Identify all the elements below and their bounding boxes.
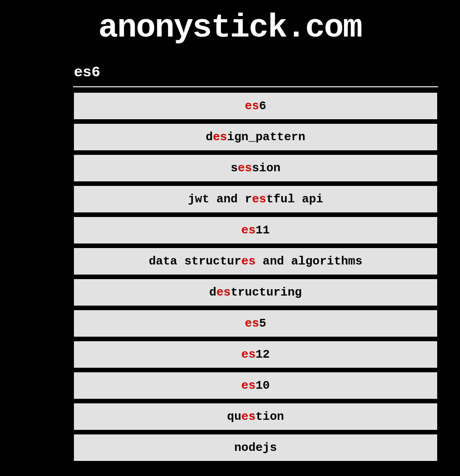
highlight-text: es (238, 161, 252, 175)
result-item[interactable]: question (73, 402, 438, 431)
highlight-text: es (241, 379, 256, 392)
search-query-label[interactable]: es6 (73, 60, 438, 87)
highlight-text: es (241, 410, 256, 423)
result-item[interactable]: session (73, 154, 438, 182)
result-item[interactable]: es12 (73, 340, 438, 369)
main-content: es6 es6design_patternsessionjwt and rest… (73, 60, 438, 462)
result-item[interactable]: nodejs (73, 434, 438, 462)
result-item[interactable]: data structures and algorithms (73, 247, 438, 275)
result-item[interactable]: es10 (73, 371, 438, 400)
result-item[interactable]: es6 (73, 92, 438, 120)
highlight-text: es (241, 254, 256, 268)
highlight-text: es (245, 317, 259, 330)
highlight-text: es (241, 223, 256, 237)
results-list: es6design_patternsessionjwt and restful … (73, 92, 438, 462)
result-item[interactable]: es5 (73, 309, 438, 338)
result-item[interactable]: destructuring (73, 278, 438, 307)
highlight-text: es (252, 192, 266, 206)
result-item[interactable]: jwt and restful api (73, 185, 438, 213)
highlight-text: es (245, 99, 259, 113)
highlight-text: es (216, 286, 230, 299)
highlight-text: es (241, 348, 256, 361)
result-item[interactable]: es11 (73, 216, 438, 244)
highlight-text: es (213, 130, 227, 144)
result-item[interactable]: design_pattern (73, 123, 438, 151)
site-title: anonystick.com (0, 0, 460, 60)
